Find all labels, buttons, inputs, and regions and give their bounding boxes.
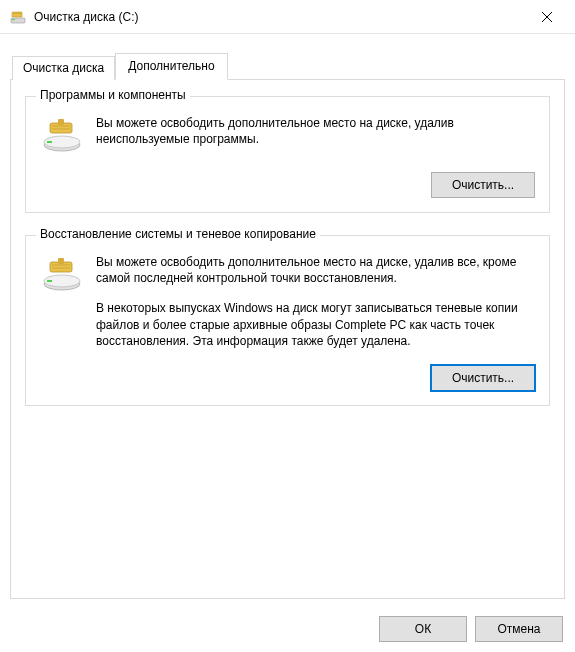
- group-system-restore: Восстановление системы и теневое копиров…: [25, 235, 550, 406]
- drive-brush-icon: [40, 256, 84, 295]
- svg-rect-0: [11, 18, 25, 23]
- svg-rect-19: [58, 258, 64, 264]
- cancel-button[interactable]: Отмена: [475, 616, 563, 642]
- disk-cleanup-icon: [10, 9, 26, 25]
- group-system-restore-desc-2: В некоторых выпусках Windows на диск мог…: [96, 300, 535, 349]
- svg-rect-15: [47, 280, 52, 282]
- group-system-restore-desc-1: Вы можете освободить дополнительное мест…: [96, 254, 535, 286]
- svg-rect-2: [12, 12, 22, 17]
- drive-brush-icon: [40, 117, 84, 156]
- group-programs-desc: Вы можете освободить дополнительное мест…: [96, 115, 535, 147]
- svg-rect-1: [12, 19, 15, 20]
- close-icon: [542, 12, 552, 22]
- group-system-restore-legend: Восстановление системы и теневое копиров…: [36, 227, 320, 241]
- ok-button[interactable]: ОК: [379, 616, 467, 642]
- group-programs-text: Вы можете освободить дополнительное мест…: [96, 115, 535, 147]
- cleanup-programs-button[interactable]: Очистить...: [431, 172, 535, 198]
- titlebar: Очистка диска (C:): [0, 0, 575, 34]
- group-system-restore-text: Вы можете освободить дополнительное мест…: [96, 254, 535, 349]
- group-programs: Программы и компоненты Вы можете освобод…: [25, 96, 550, 213]
- dialog-footer: ОК Отмена: [379, 616, 563, 642]
- tab-disk-cleanup[interactable]: Очистка диска: [12, 56, 115, 80]
- tab-strip: Очистка диска Дополнительно: [10, 52, 565, 79]
- close-button[interactable]: [527, 3, 567, 31]
- group-programs-legend: Программы и компоненты: [36, 88, 190, 102]
- tab-container: Очистка диска Дополнительно Программы и …: [0, 34, 575, 599]
- cleanup-restore-button[interactable]: Очистить...: [431, 365, 535, 391]
- svg-rect-8: [47, 141, 52, 143]
- window-title: Очистка диска (C:): [34, 10, 527, 24]
- svg-rect-12: [58, 119, 64, 125]
- tab-panel-more-options: Программы и компоненты Вы можете освобод…: [10, 79, 565, 599]
- tab-more-options[interactable]: Дополнительно: [115, 53, 227, 80]
